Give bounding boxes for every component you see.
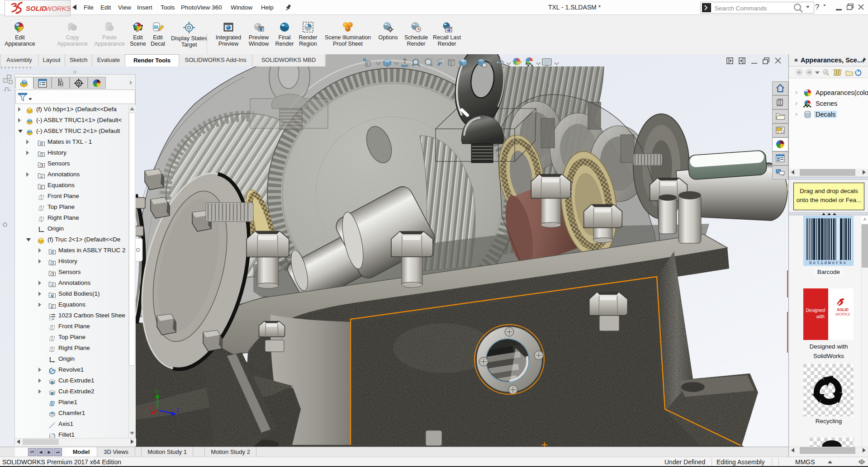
svg-text:A: A xyxy=(51,283,53,287)
svg-text:with: with xyxy=(816,314,825,319)
svg-text:Y: Y xyxy=(155,389,158,394)
svg-text:WORKS: WORKS xyxy=(835,312,850,316)
svg-text:Σ: Σ xyxy=(40,186,42,189)
svg-text:Σ: Σ xyxy=(51,305,53,308)
svg-text:SOLID: SOLID xyxy=(837,307,849,312)
svg-text:Z: Z xyxy=(176,408,180,413)
svg-text:A: A xyxy=(40,175,43,178)
svg-text:SolidWorks: SolidWorks xyxy=(809,261,847,265)
svg-text:SOLID: SOLID xyxy=(26,5,47,12)
svg-text:WORKS: WORKS xyxy=(45,5,71,12)
svg-text:X: X xyxy=(148,405,152,410)
svg-text:Designed: Designed xyxy=(806,308,825,313)
